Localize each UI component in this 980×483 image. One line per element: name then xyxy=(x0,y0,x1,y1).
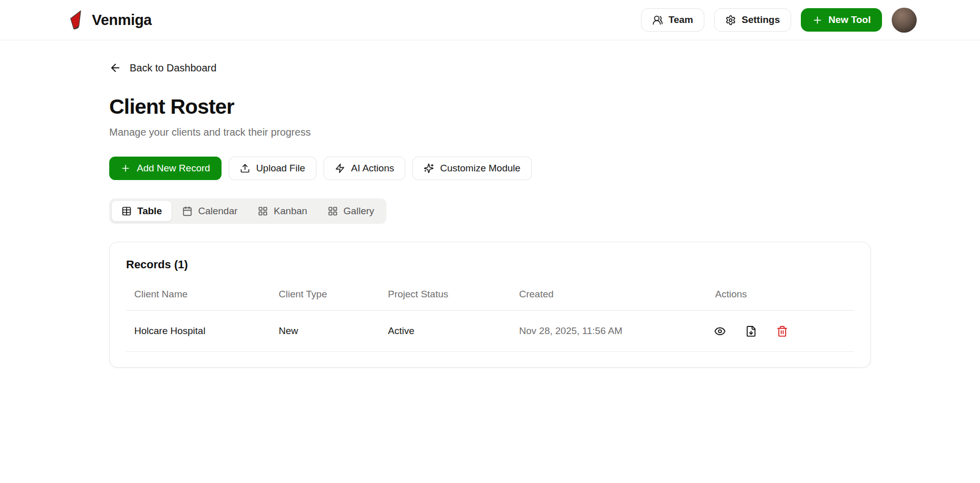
column-header-client-type: Client Type xyxy=(271,284,380,311)
tab-gallery-label: Gallery xyxy=(344,206,374,217)
tab-table-label: Table xyxy=(137,206,162,217)
cell-client-name: Holcare Hospital xyxy=(126,311,271,352)
new-tool-button[interactable]: New Tool xyxy=(801,8,882,32)
cell-project-status: Active xyxy=(380,311,511,352)
table-header-row: Client Name Client Type Project Status C… xyxy=(126,284,854,311)
zap-icon xyxy=(335,163,345,173)
records-card: Records (1) Client Name Client Type Proj… xyxy=(109,242,871,368)
team-button-label: Team xyxy=(669,14,693,26)
tab-kanban[interactable]: Kanban xyxy=(248,201,317,221)
settings-button[interactable]: Settings xyxy=(714,8,791,32)
record-toolbar: Add New Record Upload File AI Actions Cu… xyxy=(109,157,871,180)
brand: Venmiga xyxy=(68,9,152,31)
column-header-client-name: Client Name xyxy=(126,284,271,311)
gear-icon xyxy=(725,15,736,26)
layout-grid-icon xyxy=(328,206,338,216)
tab-kanban-label: Kanban xyxy=(274,206,307,217)
ai-actions-button[interactable]: AI Actions xyxy=(324,157,406,180)
page-title: Client Roster xyxy=(109,95,871,119)
tab-gallery[interactable]: Gallery xyxy=(318,201,384,221)
column-header-project-status: Project Status xyxy=(380,284,511,311)
back-to-dashboard-link[interactable]: Back to Dashboard xyxy=(109,62,216,74)
records-count-title: Records (1) xyxy=(126,258,854,271)
brand-name: Venmiga xyxy=(92,12,152,29)
ai-actions-label: AI Actions xyxy=(351,163,395,174)
sparkles-icon xyxy=(424,163,434,173)
cell-actions xyxy=(707,311,854,352)
calendar-icon xyxy=(182,206,192,216)
table-icon xyxy=(121,206,132,216)
column-header-actions: Actions xyxy=(707,284,854,311)
page-subtitle: Manage your clients and track their prog… xyxy=(109,126,871,138)
table-row: Holcare Hospital New Active Nov 28, 2025… xyxy=(126,311,854,352)
upload-icon xyxy=(240,163,250,173)
cell-created: Nov 28, 2025, 11:56 AM xyxy=(511,311,707,352)
delete-record-button[interactable] xyxy=(774,323,790,339)
file-download-icon xyxy=(745,325,757,337)
plus-icon xyxy=(120,163,131,173)
tab-calendar-label: Calendar xyxy=(198,206,237,217)
column-header-created: Created xyxy=(511,284,707,311)
users-icon xyxy=(652,15,663,26)
plus-icon xyxy=(812,15,823,26)
view-record-button[interactable] xyxy=(712,323,728,339)
eye-icon xyxy=(714,325,726,337)
add-new-record-label: Add New Record xyxy=(137,163,210,174)
arrow-left-icon xyxy=(109,62,121,74)
new-tool-button-label: New Tool xyxy=(828,14,871,26)
settings-button-label: Settings xyxy=(742,14,780,26)
main-content: Back to Dashboard Client Roster Manage y… xyxy=(109,40,871,368)
layout-grid-icon xyxy=(258,206,268,216)
top-navigation-bar: Venmiga Team Settings New Tool xyxy=(0,0,980,40)
trash-icon xyxy=(776,325,788,337)
customize-module-label: Customize Module xyxy=(440,163,520,174)
upload-file-label: Upload File xyxy=(256,163,305,174)
team-button[interactable]: Team xyxy=(641,8,704,32)
tab-table[interactable]: Table xyxy=(112,201,172,221)
records-table: Client Name Client Type Project Status C… xyxy=(126,284,854,352)
cell-client-type: New xyxy=(271,311,380,352)
top-nav-actions: Team Settings New Tool xyxy=(641,8,917,33)
back-link-label: Back to Dashboard xyxy=(130,62,216,74)
view-switcher-tabs: Table Calendar Kanban Gallery xyxy=(109,198,386,224)
upload-file-button[interactable]: Upload File xyxy=(229,157,316,180)
tab-calendar[interactable]: Calendar xyxy=(173,201,247,221)
download-record-button[interactable] xyxy=(743,323,759,339)
customize-module-button[interactable]: Customize Module xyxy=(412,157,531,180)
user-avatar[interactable] xyxy=(892,8,917,33)
logo-icon xyxy=(68,9,85,31)
add-new-record-button[interactable]: Add New Record xyxy=(109,157,222,180)
